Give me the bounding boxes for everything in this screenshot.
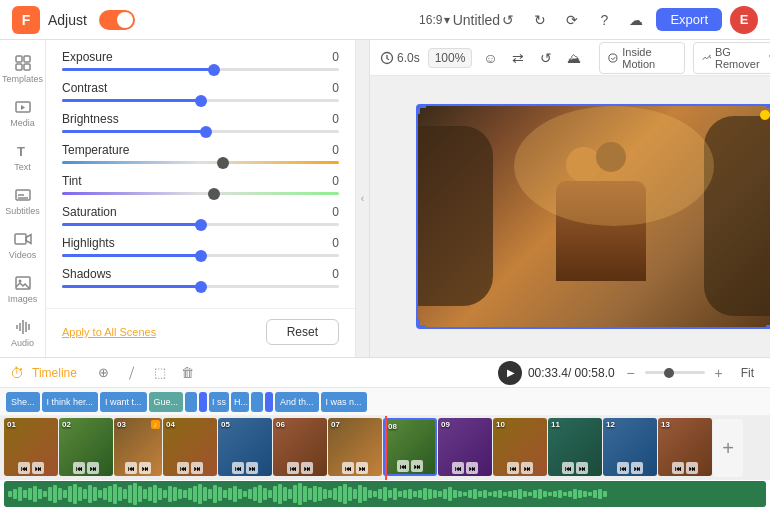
caption-chip-3[interactable]: Gue...: [149, 392, 184, 412]
help-icon[interactable]: ?: [592, 8, 616, 32]
sidebar-templates-label: Templates: [2, 74, 43, 84]
temperature-slider[interactable]: [62, 161, 339, 164]
thumb-04[interactable]: 04 ⏮⏭: [163, 418, 217, 476]
cloud-icon[interactable]: ☁: [624, 8, 648, 32]
brightness-value: 0: [311, 112, 339, 126]
thumb-08[interactable]: 08 ⏮⏭: [383, 418, 437, 476]
thumb-02[interactable]: 02 ⏮⏭: [59, 418, 113, 476]
saturation-row: Saturation 0: [62, 205, 339, 226]
thumbnail-row: 01 ⏮⏭ 02 ⏮⏭ 03 ♪ ⏮⏭ 04 ⏮⏭ 05 ⏮⏭ 06: [0, 416, 770, 480]
caption-chip-7[interactable]: And th...: [275, 392, 319, 412]
exposure-slider[interactable]: [62, 68, 339, 71]
svg-text:T: T: [17, 144, 25, 159]
contrast-label: Contrast: [62, 81, 107, 95]
timeline-header: ⏱ Timeline ⊕ ⧸ ⬚ 🗑 ▶ 00:33.4/ 00:58.0 − …: [0, 358, 770, 388]
add-clip-button[interactable]: +: [713, 419, 743, 477]
play-icon: ▶: [507, 367, 515, 378]
contrast-value: 0: [311, 81, 339, 95]
reset-button[interactable]: Reset: [266, 319, 339, 345]
sidebar-audio-label: Audio: [11, 338, 34, 348]
waveform-icon[interactable]: ⛰: [564, 46, 584, 70]
caption-chip-6[interactable]: H...: [231, 392, 249, 412]
shadows-label: Shadows: [62, 267, 111, 281]
temperature-value: 0: [311, 143, 339, 157]
adjust-title: Adjust: [48, 12, 87, 28]
topbar-icons: Untitled ↺ ↻ ⟳ ? ☁ Export E: [464, 6, 758, 34]
caption-chip-8[interactable]: I was n...: [321, 392, 367, 412]
adjust-toggle[interactable]: [99, 10, 135, 30]
zoom-slider[interactable]: [645, 371, 705, 374]
svg-point-14: [609, 53, 617, 61]
sidebar-item-audio[interactable]: Audio: [2, 312, 44, 354]
apply-all-link[interactable]: Apply to All Scenes: [62, 326, 156, 338]
panel-collapse-arrow[interactable]: ‹: [356, 40, 370, 357]
svg-rect-2: [16, 64, 22, 70]
zoom-controls: − +: [621, 363, 729, 383]
sidebar-item-templates[interactable]: Templates: [2, 48, 44, 90]
caption-chip-xs2[interactable]: [265, 392, 273, 412]
aspect-ratio-selector[interactable]: 16:9 ▾: [413, 11, 456, 29]
svg-rect-9: [15, 234, 26, 244]
preview-icon-2[interactable]: ⇄: [508, 46, 528, 70]
undo-button[interactable]: ↺: [496, 8, 520, 32]
fit-button[interactable]: Fit: [735, 364, 760, 382]
sidebar-item-videos[interactable]: Videos: [2, 224, 44, 266]
timeline-add-icon[interactable]: ⊕: [93, 362, 115, 384]
caption-chip-4m[interactable]: [199, 392, 207, 412]
contrast-slider[interactable]: [62, 99, 339, 102]
temperature-row: Temperature 0: [62, 143, 339, 164]
caption-chip-1[interactable]: I think her...: [42, 392, 99, 412]
thumb-12[interactable]: 12 ⏮⏭: [603, 418, 657, 476]
tint-slider[interactable]: [62, 192, 339, 195]
inside-motion-button[interactable]: Inside Motion: [599, 42, 684, 74]
preview-toolbar: 6.0s 100% ☺ ⇄ ↺ ⛰ Inside Motion BG Remov…: [370, 40, 770, 76]
zoom-in-button[interactable]: +: [709, 363, 729, 383]
exposure-label: Exposure: [62, 50, 113, 64]
saturation-slider[interactable]: [62, 223, 339, 226]
preview-icon-1[interactable]: ☺: [480, 46, 500, 70]
sidebar-item-subtitles[interactable]: Subtitles: [2, 180, 44, 222]
caption-chip-2[interactable]: I want t...: [100, 392, 147, 412]
thumb-13[interactable]: 13 ⏮⏭: [658, 418, 712, 476]
tint-value: 0: [311, 174, 339, 188]
export-button[interactable]: Export: [656, 8, 722, 31]
zoom-out-button[interactable]: −: [621, 363, 641, 383]
timeline-crop-icon[interactable]: ⬚: [149, 362, 171, 384]
caption-chip-4s[interactable]: [185, 392, 197, 412]
sidebar-item-images[interactable]: Images: [2, 268, 44, 310]
highlights-row: Highlights 0: [62, 236, 339, 257]
thumb-07[interactable]: 07 ⏮⏭: [328, 418, 382, 476]
timeline-split-icon[interactable]: ⧸: [121, 362, 143, 384]
timeline-delete-icon[interactable]: 🗑: [177, 362, 199, 384]
zoom-selector[interactable]: 100%: [428, 48, 473, 68]
rotate-icon[interactable]: ⟳: [560, 8, 584, 32]
thumb-06[interactable]: 06 ⏮⏭: [273, 418, 327, 476]
sidebar-item-text[interactable]: T Text: [2, 136, 44, 178]
thumb-10[interactable]: 10 ⏮⏭: [493, 418, 547, 476]
thumb-03[interactable]: 03 ♪ ⏮⏭: [114, 418, 162, 476]
undo-preview-icon[interactable]: ↺: [536, 46, 556, 70]
shadows-slider[interactable]: [62, 285, 339, 288]
app-logo: F: [12, 6, 40, 34]
user-avatar[interactable]: E: [730, 6, 758, 34]
sidebar-images-label: Images: [8, 294, 38, 304]
thumb-01[interactable]: 01 ⏮⏭: [4, 418, 58, 476]
thumb-09[interactable]: 09 ⏮⏭: [438, 418, 492, 476]
caption-chip-0[interactable]: She...: [6, 392, 40, 412]
play-button[interactable]: ▶: [498, 361, 522, 385]
thumb-05[interactable]: 05 ⏮⏭: [218, 418, 272, 476]
sidebar-subtitles-label: Subtitles: [5, 206, 40, 216]
exposure-value: 0: [311, 50, 339, 64]
sidebar-item-media[interactable]: Media: [2, 92, 44, 134]
caption-chip-5[interactable]: I ss: [209, 392, 229, 412]
shadows-value: 0: [311, 267, 339, 281]
brightness-slider[interactable]: [62, 130, 339, 133]
redo-button[interactable]: ↻: [528, 8, 552, 32]
thumb-11[interactable]: 11 ⏮⏭: [548, 418, 602, 476]
caption-track: She... I think her... I want t... Gue...…: [0, 388, 770, 416]
highlights-slider[interactable]: [62, 254, 339, 257]
caption-chip-xs1[interactable]: [251, 392, 263, 412]
preview-time: 6.0s: [380, 51, 420, 65]
preview-canvas: And that's what I know.: [370, 76, 770, 357]
bg-remover-button[interactable]: BG Remover▾: [693, 42, 770, 74]
